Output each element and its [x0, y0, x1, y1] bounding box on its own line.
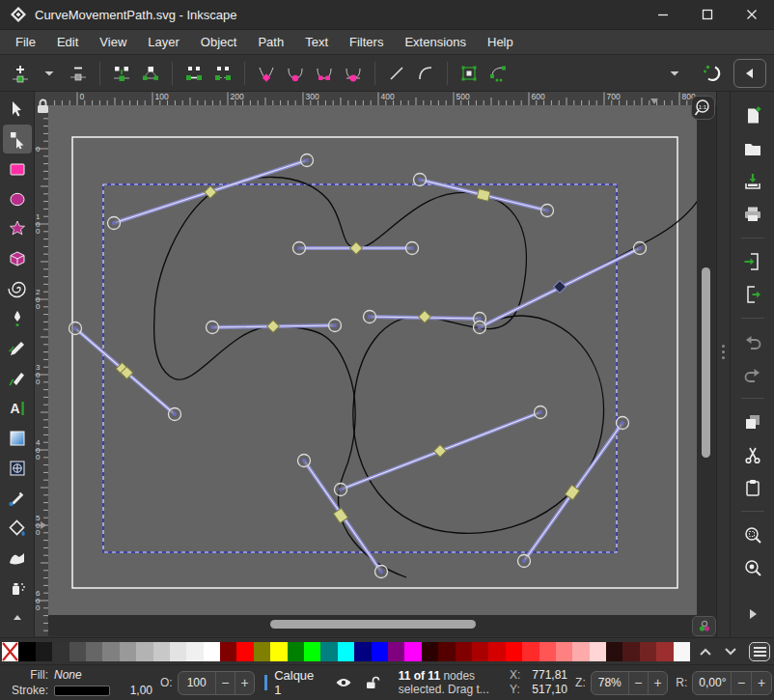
palette-swatch-ffffff[interactable]: [204, 642, 220, 661]
menu-item-text[interactable]: Text: [295, 31, 338, 53]
zoom-spinbox[interactable]: 78% − +: [591, 671, 669, 695]
opacity-value[interactable]: 100: [179, 676, 215, 689]
dropper-tool-button[interactable]: [3, 484, 32, 513]
vertical-scrollbar-thumb[interactable]: [702, 267, 710, 458]
import-button[interactable]: [738, 247, 767, 276]
palette-swatch-2b0000[interactable]: [422, 642, 438, 661]
palette-swatch-00ffff[interactable]: [338, 642, 354, 661]
selector-tool-button[interactable]: [3, 95, 32, 124]
undo-button[interactable]: [738, 327, 767, 356]
rotation-spinbox[interactable]: 0,00° − +: [692, 671, 772, 695]
layer-lock-button[interactable]: [361, 675, 385, 690]
palette-swatch-4d1717[interactable]: [622, 642, 639, 661]
drawing-canvas[interactable]: [48, 105, 716, 636]
palette-swatch-ffaaaa[interactable]: [572, 642, 589, 661]
palette-swatch-008000[interactable]: [288, 642, 304, 661]
join-segment-button[interactable]: [180, 59, 208, 88]
layer-name[interactable]: Calque 1: [274, 668, 321, 697]
canvas-viewport[interactable]: [48, 105, 716, 636]
node-tool-button[interactable]: [3, 125, 32, 154]
break-nodes-button[interactable]: [136, 59, 165, 88]
palette-swatch-none[interactable]: [2, 642, 18, 661]
mesh-tool-button[interactable]: [3, 454, 32, 483]
minimize-button[interactable]: [641, 0, 685, 29]
fill-value[interactable]: None: [54, 668, 114, 682]
palette-swatch-808080[interactable]: [102, 642, 119, 661]
palette-swatch-9c2e2e[interactable]: [656, 642, 673, 661]
paste-button[interactable]: [738, 473, 767, 502]
palette-swatch-666666[interactable]: [86, 642, 102, 661]
zoom-drawing-button[interactable]: [738, 553, 767, 582]
opacity-increase-button[interactable]: +: [235, 672, 254, 694]
star-tool-button[interactable]: [3, 214, 32, 243]
palette-swatch-260c0c[interactable]: [606, 642, 622, 661]
palette-swatch-d40000[interactable]: [488, 642, 505, 661]
horizontal-scrollbar-thumb[interactable]: [270, 620, 476, 629]
node-symmetric-button[interactable]: [310, 59, 339, 88]
palette-swatch-ff0000[interactable]: [506, 642, 522, 661]
export-button[interactable]: [738, 280, 767, 309]
stroke-width-value[interactable]: 1,00: [114, 684, 152, 697]
node-corner-button[interactable]: [252, 59, 281, 88]
rectangle-tool-button[interactable]: [3, 154, 32, 183]
menu-item-file[interactable]: File: [6, 31, 45, 53]
palette-scroll-down-button[interactable]: [718, 641, 743, 662]
segment-curve-button[interactable]: [411, 59, 440, 88]
stroke-color-swatch[interactable]: [54, 686, 110, 696]
insert-node-button[interactable]: [6, 59, 35, 88]
menu-item-filters[interactable]: Filters: [340, 31, 393, 53]
panel-divider[interactable]: [716, 92, 730, 637]
zoom-value[interactable]: 78%: [592, 676, 628, 689]
spray-tool-button[interactable]: [3, 574, 32, 602]
palette-swatch-808000[interactable]: [254, 642, 270, 661]
palette-swatch-ffd5d5[interactable]: [590, 642, 606, 661]
tweak-tool-button[interactable]: [3, 544, 32, 573]
open-document-button[interactable]: [738, 134, 767, 163]
toolbox-overflow-button[interactable]: [3, 603, 32, 632]
join-nodes-button[interactable]: [107, 59, 136, 88]
zoom-decrease-button[interactable]: −: [628, 672, 648, 694]
palette-swatch-e3e3e3[interactable]: [170, 642, 186, 661]
palette-swatch-ff5555[interactable]: [539, 642, 556, 661]
vertical-ruler[interactable]: 0100200300400500600: [35, 105, 48, 636]
menu-item-path[interactable]: Path: [248, 31, 293, 53]
cut-button[interactable]: [738, 440, 767, 469]
palette-swatch-ffff00[interactable]: [270, 642, 287, 661]
palette-menu-button[interactable]: [749, 642, 770, 661]
palette-swatch-008080[interactable]: [320, 642, 337, 661]
palette-swatch-1a1a1a[interactable]: [36, 642, 52, 661]
object-to-path-button[interactable]: [455, 59, 484, 88]
pencil-tool-button[interactable]: [3, 334, 32, 363]
palette-swatch-ff0000[interactable]: [236, 642, 253, 661]
palette-swatch-000000[interactable]: [18, 642, 35, 661]
color-managed-display-button[interactable]: [692, 616, 716, 636]
palette-swatch-ff00ff[interactable]: [404, 642, 421, 661]
delete-segment-button[interactable]: [208, 59, 237, 88]
calligraphy-tool-button[interactable]: [3, 364, 32, 393]
guide-lock-button[interactable]: [36, 98, 50, 115]
save-document-button[interactable]: [738, 167, 767, 196]
palette-swatch-000080[interactable]: [354, 642, 371, 661]
fill-stroke-indicator[interactable]: Fill: None Stroke: 1,00: [6, 667, 152, 698]
duplicate-button[interactable]: [738, 407, 767, 436]
palette-swatch-00ff00[interactable]: [304, 642, 320, 661]
palette-swatch-b3b3b3[interactable]: [136, 642, 152, 661]
layer-visibility-button[interactable]: [331, 676, 355, 689]
commands-overflow-button[interactable]: [738, 600, 767, 629]
menu-item-view[interactable]: View: [90, 31, 136, 53]
palette-swatch-ff8080[interactable]: [556, 642, 572, 661]
opacity-spinbox[interactable]: 100 − +: [178, 671, 256, 695]
text-tool-button[interactable]: A: [3, 394, 32, 423]
box3d-tool-button[interactable]: [3, 244, 32, 273]
close-button[interactable]: [730, 0, 774, 29]
palette-swatch-800000[interactable]: [220, 642, 236, 661]
palette-swatch-333333[interactable]: [52, 642, 69, 661]
rotation-value[interactable]: 0,00°: [693, 676, 731, 689]
paint-bucket-tool-button[interactable]: [3, 514, 32, 543]
menu-item-layer[interactable]: Layer: [138, 31, 189, 53]
menu-item-help[interactable]: Help: [478, 31, 523, 53]
insert-node-dropdown[interactable]: [35, 59, 64, 88]
palette-swatch-c8c8c8[interactable]: [153, 642, 170, 661]
palette-swatch-ff2a2a[interactable]: [522, 642, 539, 661]
node-auto-button[interactable]: [339, 59, 368, 88]
